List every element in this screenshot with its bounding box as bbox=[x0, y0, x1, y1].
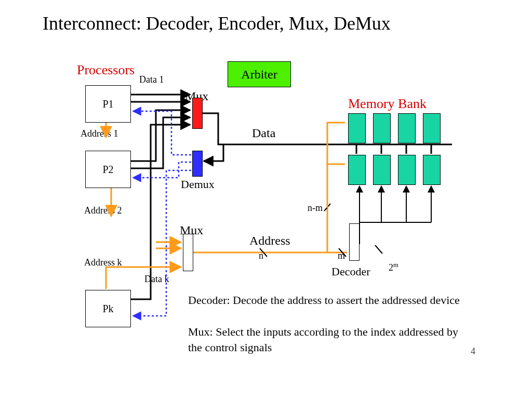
mem-cell bbox=[373, 155, 391, 185]
decoder-label: Decoder bbox=[331, 265, 370, 278]
arbiter-label: Arbiter bbox=[241, 68, 277, 82]
mux-addr-box bbox=[183, 234, 193, 271]
mem-cell bbox=[373, 113, 391, 143]
mem-cell bbox=[398, 113, 416, 143]
caption-mux: Mux: Select the inputs according to the … bbox=[188, 324, 463, 355]
nm-label: n-m bbox=[308, 203, 323, 214]
mem-cell bbox=[423, 113, 441, 143]
data1-label: Data 1 bbox=[139, 74, 164, 85]
m-label: m bbox=[338, 250, 345, 261]
addressk-label: Address k bbox=[84, 257, 122, 268]
arbiter-box: Arbiter bbox=[228, 61, 291, 87]
diagram-stage: Interconnect: Decoder, Encoder, Mux, DeM… bbox=[0, 0, 532, 399]
demux-label: Demux bbox=[181, 178, 215, 191]
processor-pk: Pk bbox=[85, 290, 131, 327]
processor-p1: P1 bbox=[85, 85, 131, 123]
page-title: Interconnect: Decoder, Encoder, Mux, DeM… bbox=[43, 12, 391, 34]
data-bus-label: Data bbox=[252, 126, 275, 140]
n-label: n bbox=[259, 250, 263, 261]
mem-cell bbox=[423, 155, 441, 185]
address-bus-label: Address bbox=[249, 234, 290, 248]
address2-label: Address 2 bbox=[84, 205, 122, 216]
caption-decoder: Decoder: Decode the address to assert th… bbox=[188, 292, 463, 308]
datak-label: Data k bbox=[144, 274, 169, 285]
mem-cell bbox=[398, 155, 416, 185]
address1-label: Address 1 bbox=[81, 128, 118, 139]
slide-number: 4 bbox=[471, 346, 475, 357]
mem-cell bbox=[348, 155, 366, 185]
two-m-label: 2m bbox=[379, 250, 398, 284]
mem-cell bbox=[348, 113, 366, 143]
decoder-box bbox=[349, 223, 360, 261]
mux-box bbox=[192, 98, 203, 129]
demux-box bbox=[192, 151, 203, 177]
processor-p2: P2 bbox=[85, 151, 131, 188]
memory-bank-label: Memory Bank bbox=[348, 96, 427, 112]
processors-label: Processors bbox=[77, 62, 135, 78]
